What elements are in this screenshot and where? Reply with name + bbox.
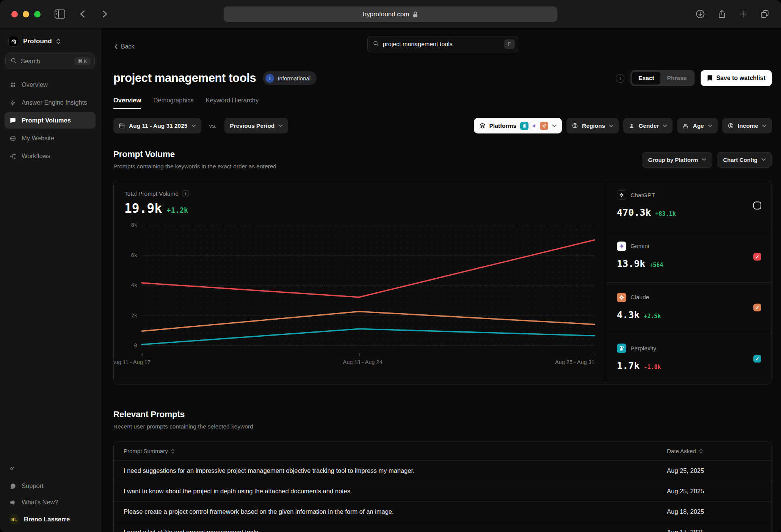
workspace-name: Profound — [23, 38, 52, 45]
browser-back-icon[interactable] — [78, 9, 87, 19]
compare-period-picker[interactable]: Previous Period — [224, 118, 288, 133]
chevron-down-icon — [702, 158, 706, 161]
sort-icon[interactable] — [699, 449, 703, 454]
support-chat-icon — [9, 483, 17, 490]
platforms-label: Platforms — [489, 122, 517, 129]
downloads-icon[interactable] — [695, 9, 705, 19]
table-row[interactable]: Please create a project control framewor… — [114, 501, 772, 522]
sidebar-search-input[interactable]: Search ⌘ K — [5, 53, 95, 69]
legend-value: 1.7k — [617, 360, 640, 371]
chevron-down-icon — [762, 124, 767, 127]
user-menu[interactable]: BL Breno Lasserre — [5, 510, 96, 524]
tab-demographics[interactable]: Demographics — [153, 97, 193, 109]
gemini-checkbox[interactable]: ✓ — [753, 253, 761, 261]
relevant-prompts-subtitle: Recent user prompts containing the selec… — [113, 423, 772, 430]
chevron-up-down-icon — [56, 38, 61, 44]
prompt-summary-cell: I need a list of file and project manage… — [124, 529, 667, 532]
chevron-down-icon — [663, 124, 667, 127]
legend-row-claude[interactable]: Claude 4.3k +2.5k ✓ — [606, 282, 772, 333]
gender-label: Gender — [638, 122, 659, 129]
chatgpt-checkbox[interactable] — [753, 201, 761, 209]
platforms-filter[interactable]: Platforms — [474, 118, 562, 133]
table-row[interactable]: I want to know about the project in dept… — [114, 481, 772, 501]
sidebar-item-label: Support — [22, 482, 44, 490]
info-icon[interactable]: i — [182, 190, 189, 197]
sidebar-item-whats-new[interactable]: What's New? — [5, 494, 96, 510]
collapse-sidebar-button[interactable]: « — [5, 464, 96, 478]
calendar-icon — [119, 122, 125, 129]
income-filter[interactable]: Income — [722, 118, 772, 133]
legend-platform-name: Claude — [630, 294, 649, 301]
table-row[interactable]: I need suggestions for an impressive pro… — [114, 460, 772, 481]
age-filter[interactable]: Age — [677, 118, 717, 133]
chevron-down-icon — [552, 124, 557, 127]
new-tab-icon[interactable] — [739, 9, 748, 19]
gender-filter[interactable]: Gender — [623, 118, 673, 133]
tab-overview-icon[interactable] — [760, 9, 770, 19]
back-button[interactable]: Back — [113, 43, 135, 50]
match-type-toggle: Exact Phrase — [630, 70, 695, 86]
keyword-search-input[interactable]: project management tools F — [367, 36, 518, 52]
legend-value: 13.9k — [617, 258, 645, 269]
legend-delta: +564 — [649, 262, 663, 268]
column-header-prompt-summary[interactable]: Prompt Summary — [124, 448, 168, 454]
sidebar-item-label: Prompt Volumes — [22, 117, 71, 124]
legend-row-gemini[interactable]: Gemini 13.9k +564 ✓ — [606, 231, 772, 282]
close-window-button[interactable] — [11, 11, 18, 17]
save-to-watchlist-button[interactable]: Save to watchlist — [701, 70, 772, 86]
sidebar-item-prompt-volumes[interactable]: Prompt Volumes — [5, 112, 96, 129]
chart-config-button[interactable]: Chart Config — [717, 152, 772, 168]
total-prompt-volume-label: Total Prompt Volume — [124, 190, 179, 197]
claude-checkbox[interactable]: ✓ — [753, 304, 761, 312]
perplexity-checkbox[interactable]: ✓ — [753, 355, 761, 363]
browser-sidebar-icon[interactable] — [54, 9, 66, 19]
minimize-window-button[interactable] — [23, 11, 29, 17]
share-icon[interactable] — [717, 9, 726, 19]
column-header-date-asked[interactable]: Date Asked — [667, 448, 696, 454]
perplexity-icon — [617, 344, 626, 353]
total-prompt-volume-value: 19.9k — [124, 201, 162, 216]
sidebar-item-support[interactable]: Support — [5, 478, 96, 494]
section-subtitle: Prompts containing the keywords in the e… — [113, 163, 276, 170]
sidebar-item-answer-engine-insights[interactable]: Answer Engine Insights — [5, 94, 96, 111]
legend-delta: +83.1k — [655, 210, 676, 217]
group-by-platform-button[interactable]: Group by Platform — [642, 152, 712, 168]
age-label: Age — [693, 122, 704, 129]
browser-forward-icon[interactable] — [100, 9, 109, 19]
chat-bubble-icon — [9, 117, 17, 124]
url-text: tryprofound.com — [363, 11, 409, 18]
legend-row-perplexity[interactable]: Perplexity 1.7k -1.8k ✓ — [606, 333, 772, 384]
sort-icon[interactable] — [171, 449, 175, 454]
date-range-picker[interactable]: Aug 11 - Aug 31 2025 — [113, 118, 201, 133]
chart-config-label: Chart Config — [723, 157, 757, 163]
user-name: Breno Lasserre — [24, 516, 70, 523]
address-bar[interactable]: tryprofound.com — [224, 6, 557, 22]
sidebar-item-my-website[interactable]: My Website — [5, 130, 96, 146]
lightning-icon — [9, 99, 17, 106]
megaphone-icon — [9, 499, 17, 506]
table-row[interactable]: I need a list of file and project manage… — [114, 522, 772, 532]
perplexity-icon — [520, 122, 529, 130]
tab-overview[interactable]: Overview — [113, 97, 141, 109]
prompt-summary-cell: I want to know about the project in dept… — [124, 488, 667, 495]
chevron-down-icon — [191, 124, 196, 127]
intent-label: Informational — [278, 75, 311, 82]
zoom-window-button[interactable] — [34, 11, 41, 17]
regions-filter[interactable]: Regions — [566, 118, 619, 133]
info-icon[interactable]: i — [616, 74, 624, 83]
gemini-icon — [530, 122, 538, 130]
workspace-switcher[interactable]: Profound — [5, 35, 96, 47]
y-axis-labels: 8k 6k 4k 2k 0 — [124, 225, 137, 345]
sidebar-item-workflows[interactable]: Workflows — [5, 148, 96, 164]
tab-keyword-hierarchy[interactable]: Keyword Hierarchy — [206, 97, 259, 109]
regions-globe-icon — [572, 122, 578, 129]
match-exact-button[interactable]: Exact — [632, 72, 660, 85]
regions-label: Regions — [582, 122, 605, 129]
prompt-volume-chart-card: Total Prompt Volume i 19.9k +1.2k 8k 6k … — [113, 180, 772, 384]
legend-row-chatgpt[interactable]: ChatGPT 470.3k +83.1k — [606, 180, 772, 231]
match-phrase-button[interactable]: Phrase — [660, 72, 693, 85]
claude-icon — [617, 293, 626, 302]
chart-lines — [142, 225, 594, 345]
sidebar-item-overview[interactable]: Overview — [5, 77, 96, 93]
line-chart-plot-area[interactable] — [142, 225, 594, 345]
